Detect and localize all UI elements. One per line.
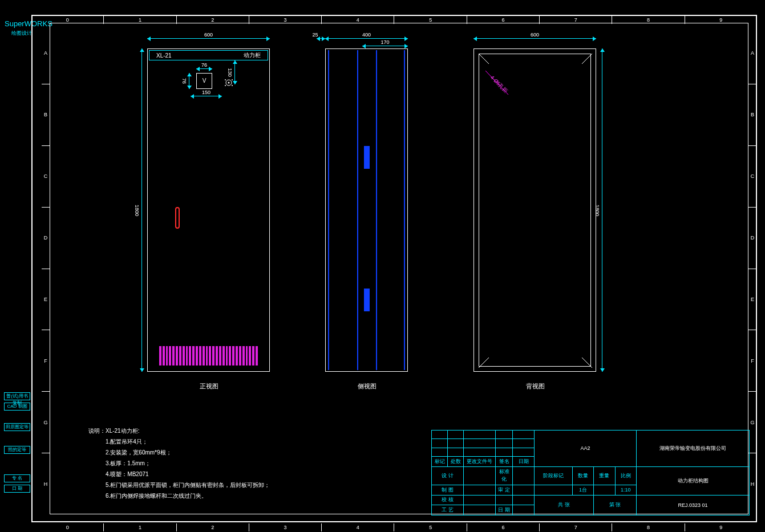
side-box: 普(试)用书复制 xyxy=(4,392,30,400)
ruler-right: ABCDEFGH xyxy=(748,23,756,514)
dim-76v: 76 xyxy=(189,73,195,89)
svg-point-2 xyxy=(225,79,226,80)
code: AA2 xyxy=(535,431,637,467)
side-inset-dim: 170 xyxy=(362,46,408,51)
door-handle-icon xyxy=(175,207,180,229)
notes-item: 4.喷塑：MB2071 xyxy=(88,469,270,480)
side-hinge xyxy=(364,289,370,311)
notes-item: 5.柜门锁采用优派平面锁，柜门内侧贴有密封条，后封板可拆卸； xyxy=(88,480,270,490)
svg-line-6 xyxy=(479,54,489,64)
svg-line-8 xyxy=(479,358,489,368)
back-view: 4-Ø5孔距 xyxy=(473,48,596,372)
notes-item: 1.配置吊环4只； xyxy=(88,436,270,447)
front-height-dim: 1800 xyxy=(141,48,147,372)
title-block: AA2 湖南荣帝输变电股份有限公司 标记处数 更改文件号签名日期 设 计标准化 … xyxy=(431,430,750,515)
cabinet-header: XL-21 动力柜 xyxy=(149,50,268,60)
back-corners xyxy=(479,54,592,368)
side-box: 田原图定等 xyxy=(4,423,30,431)
dim-130: 130 xyxy=(234,60,240,84)
company: 湖南荣帝输变电股份有限公司 xyxy=(637,431,750,467)
hdr-left: XL-21 xyxy=(156,52,172,59)
svg-point-4 xyxy=(225,85,226,86)
side-gap-dim: 25 xyxy=(317,38,325,44)
hdr-right: 动力柜 xyxy=(244,51,261,59)
back-view-label: 背视图 xyxy=(478,382,592,391)
app-subtitle: 绘图设计 xyxy=(11,30,32,37)
side-edge xyxy=(328,50,329,370)
drawing-title: 动力柜结构图 xyxy=(637,466,750,495)
side-box: 照的定等 xyxy=(4,446,30,454)
side-hinge xyxy=(364,146,370,169)
side-box: 专 名 xyxy=(4,474,30,482)
svg-point-1 xyxy=(228,82,230,84)
doc-number: REJ.0323 01 xyxy=(637,495,750,515)
side-view-label: 侧视图 xyxy=(310,382,424,391)
notes-block: 说明：XL-21动力柜: 1.配置吊环4只； 2.安装梁，宽60mm*9根； 3… xyxy=(88,425,270,501)
notes-item: 3.板厚：1.5mm； xyxy=(88,458,270,469)
notes-item: 2.安装梁，宽60mm*9根； xyxy=(88,447,270,458)
side-edge xyxy=(404,50,405,370)
side-inner-edge xyxy=(376,50,377,370)
voltmeter-icon: V xyxy=(196,73,212,89)
ruler-left: ABCDEFGH xyxy=(42,23,50,514)
side-box: 日 期 xyxy=(4,485,30,493)
side-inner-edge xyxy=(357,50,358,370)
notes-item: 6.柜门内侧焊接地螺杆和二次线过门夹。 xyxy=(88,490,270,501)
svg-line-7 xyxy=(582,54,592,64)
back-width-dim: 600 xyxy=(473,38,596,44)
dim-150: 150 xyxy=(191,96,222,101)
svg-point-3 xyxy=(232,79,233,80)
side-box: CAD 制图 xyxy=(4,403,30,411)
ruler-top: 0123456789 xyxy=(31,16,757,24)
svg-point-5 xyxy=(232,85,233,86)
svg-line-9 xyxy=(582,358,592,368)
back-height-dim: 1800 xyxy=(602,48,608,372)
side-view xyxy=(325,48,408,372)
vent-grill xyxy=(159,346,258,366)
dim-76: 76 xyxy=(196,68,212,74)
front-width-dim: 600 xyxy=(147,38,270,44)
front-view: XL-21 动力柜 V 76 150 76 130 xyxy=(147,48,270,372)
notes-heading: 说明：XL-21动力柜: xyxy=(88,425,270,436)
front-view-label: 正视图 xyxy=(152,382,266,391)
ruler-bottom: 0123456789 xyxy=(31,523,757,531)
